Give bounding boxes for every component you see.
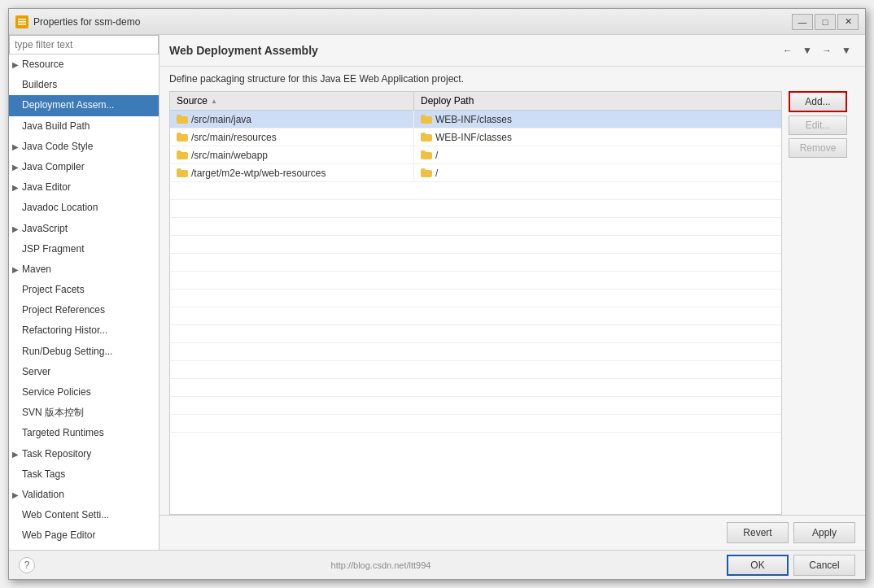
right-buttons: Add... Edit... Remove xyxy=(782,91,855,515)
table-empty-row xyxy=(170,361,781,379)
folder-icon xyxy=(421,168,432,177)
table-empty-row xyxy=(170,182,781,200)
td-source: /target/m2e-wtp/web-resources xyxy=(170,164,414,181)
sidebar-item-jsp-fragment[interactable]: JSP Fragment xyxy=(9,239,159,259)
td-deploy: / xyxy=(414,146,781,163)
table-row[interactable]: /src/main/resourcesWEB-INF/classes xyxy=(170,128,781,146)
folder-icon xyxy=(177,133,188,142)
content-title: Web Deployment Assembly xyxy=(169,44,318,57)
sidebar-item-refactoring-history[interactable]: Refactoring Histor... xyxy=(9,320,159,341)
window-title: Properties for ssm-demo xyxy=(33,16,140,28)
dialog-body: ▶ResourceBuildersDeployment Assem...Java… xyxy=(9,35,865,550)
dialog-window: Properties for ssm-demo — □ ✕ ▶ResourceB… xyxy=(8,8,866,580)
svg-rect-2 xyxy=(18,24,26,25)
table-row[interactable]: /src/main/javaWEB-INF/classes xyxy=(170,111,781,128)
table-empty-row xyxy=(170,200,781,218)
sidebar-item-java-compiler[interactable]: ▶Java Compiler xyxy=(9,157,159,177)
edit-button[interactable]: Edit... xyxy=(789,115,847,135)
sidebar-item-task-repository[interactable]: ▶Task Repository xyxy=(9,444,159,464)
back-dropdown-button[interactable]: ▼ xyxy=(798,41,816,59)
table-row[interactable]: /target/m2e-wtp/web-resources/ xyxy=(170,164,781,182)
folder-icon xyxy=(177,150,188,159)
help-button[interactable]: ? xyxy=(19,557,35,573)
ok-button[interactable]: OK xyxy=(727,555,789,576)
table-empty-row xyxy=(170,290,781,307)
sidebar-item-project-facets[interactable]: Project Facets xyxy=(9,280,159,300)
toolbar-icons: ← ▼ → ▼ xyxy=(779,41,855,59)
sidebar-item-builders[interactable]: Builders xyxy=(9,75,159,95)
sidebar-item-resource[interactable]: ▶Resource xyxy=(9,54,159,75)
maximize-button[interactable]: □ xyxy=(815,14,836,30)
sidebar-item-task-tags[interactable]: Task Tags xyxy=(9,464,159,485)
col-deploy-header: Deploy Path xyxy=(414,92,781,110)
dialog-footer: ? http://blog.csdn.net/ltt994 OK Cancel xyxy=(9,550,865,579)
table-empty-row xyxy=(170,272,781,290)
td-source: /src/main/java xyxy=(170,111,414,128)
table-empty-row xyxy=(170,218,781,236)
folder-icon xyxy=(421,150,432,159)
table-body: /src/main/javaWEB-INF/classes/src/main/r… xyxy=(170,111,781,514)
sidebar-item-validation[interactable]: ▶Validation xyxy=(9,485,159,505)
expand-arrow-icon: ▶ xyxy=(12,141,19,154)
table-empty-row xyxy=(170,307,781,325)
sidebar-item-java-editor[interactable]: ▶Java Editor xyxy=(9,177,159,198)
sidebar-item-java-code-style[interactable]: ▶Java Code Style xyxy=(9,137,159,157)
table-empty-row xyxy=(170,254,781,272)
sidebar-item-web-content-settings[interactable]: Web Content Setti... xyxy=(9,505,159,525)
table-empty-row xyxy=(170,397,781,415)
window-icon xyxy=(15,15,28,28)
sidebar-item-javascript[interactable]: ▶JavaScript xyxy=(9,219,159,239)
minimize-button[interactable]: — xyxy=(792,14,813,30)
filter-input[interactable] xyxy=(9,35,159,54)
sidebar-item-maven[interactable]: ▶Maven xyxy=(9,259,159,280)
footer-buttons: OK Cancel xyxy=(727,555,855,576)
folder-icon xyxy=(177,168,188,177)
folder-icon xyxy=(421,133,432,142)
sidebar-item-server[interactable]: Server xyxy=(9,362,159,382)
cancel-button[interactable]: Cancel xyxy=(793,555,855,576)
folder-icon xyxy=(177,115,188,124)
col-source-header: Source ▲ xyxy=(170,92,414,110)
table-empty-row xyxy=(170,236,781,254)
sort-arrow-icon: ▲ xyxy=(211,98,217,105)
main-content: Web Deployment Assembly ← ▼ → ▼ Define p… xyxy=(160,35,865,550)
forward-dropdown-button[interactable]: ▼ xyxy=(837,41,855,59)
sidebar-item-java-build-path[interactable]: Java Build Path xyxy=(9,116,159,137)
add-button[interactable]: Add... xyxy=(789,91,847,112)
data-table: Source ▲ Deploy Path /src/main/javaWEB-I… xyxy=(169,91,782,515)
remove-button[interactable]: Remove xyxy=(789,138,847,158)
table-header: Source ▲ Deploy Path xyxy=(170,92,781,111)
footer-url: http://blog.csdn.net/ltt994 xyxy=(331,560,431,570)
table-empty-row xyxy=(170,379,781,397)
back-button[interactable]: ← xyxy=(779,41,797,59)
forward-button[interactable]: → xyxy=(818,41,836,59)
sidebar-item-javadoc-location[interactable]: Javadoc Location xyxy=(9,198,159,218)
td-source: /src/main/webapp xyxy=(170,146,414,163)
expand-arrow-icon: ▶ xyxy=(12,161,19,174)
window-controls: — □ ✕ xyxy=(792,14,859,30)
td-deploy: / xyxy=(414,164,781,181)
sidebar-item-targeted-runtimes[interactable]: Targeted Runtimes xyxy=(9,423,159,443)
revert-button[interactable]: Revert xyxy=(727,522,789,543)
sidebar-scroll: ▶ResourceBuildersDeployment Assem...Java… xyxy=(9,54,159,550)
title-bar: Properties for ssm-demo — □ ✕ xyxy=(9,9,865,35)
bottom-bar: Revert Apply xyxy=(160,515,865,550)
svg-rect-3 xyxy=(18,19,26,20)
expand-arrow-icon: ▶ xyxy=(12,223,19,236)
sidebar-item-svn[interactable]: SVN 版本控制 xyxy=(9,403,159,423)
close-button[interactable]: ✕ xyxy=(837,14,859,30)
sidebar: ▶ResourceBuildersDeployment Assem...Java… xyxy=(9,35,160,550)
table-row[interactable]: /src/main/webapp/ xyxy=(170,146,781,164)
apply-button[interactable]: Apply xyxy=(793,522,855,543)
td-source: /src/main/resources xyxy=(170,128,414,146)
expand-arrow-icon: ▶ xyxy=(12,489,19,502)
sidebar-item-deployment-assembly[interactable]: Deployment Assem... xyxy=(9,95,159,115)
expand-arrow-icon: ▶ xyxy=(12,59,19,72)
svg-rect-1 xyxy=(18,21,26,23)
sidebar-item-run-debug-settings[interactable]: Run/Debug Setting... xyxy=(9,342,159,362)
td-deploy: WEB-INF/classes xyxy=(414,128,781,146)
folder-icon xyxy=(421,115,432,124)
sidebar-item-project-references[interactable]: Project References xyxy=(9,300,159,320)
sidebar-item-service-policies[interactable]: Service Policies xyxy=(9,382,159,403)
sidebar-item-web-page-editor[interactable]: Web Page Editor xyxy=(9,525,159,546)
